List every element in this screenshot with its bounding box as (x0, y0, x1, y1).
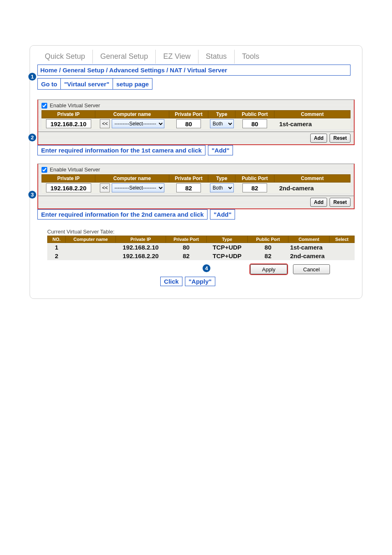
click-apply-label: Click "Apply" (37, 277, 355, 286)
enable-virtual-server-label: Enable Virtual Server (50, 102, 100, 109)
apply-cancel-row: Apply Cancel (37, 264, 355, 274)
type-select-1[interactable]: Both (210, 119, 234, 128)
reset-button-2[interactable]: Reset (330, 198, 350, 207)
enable-virtual-server-checkbox-2[interactable] (42, 167, 47, 173)
virtual-server-actions-2: Add Reset (37, 196, 355, 209)
cur-pubport: 80 (247, 243, 288, 252)
table-row: 1 192.168.2.10 80 TCP+UDP 80 1st-camera (48, 243, 355, 252)
callout-badge-2: 2 (28, 134, 36, 141)
cancel-button[interactable]: Cancel (293, 264, 330, 274)
nav-tabs: Quick Setup General Setup EZ View Status… (37, 50, 355, 64)
type-select-2[interactable]: Both (210, 183, 234, 192)
cur-pport: 82 (166, 252, 207, 260)
cur-name (66, 243, 116, 252)
click-apply-pre: Click (160, 277, 182, 286)
col-type-2: Type (208, 175, 235, 183)
private-ip-input-2[interactable] (46, 183, 91, 192)
cur-name (66, 252, 116, 260)
cur-col-private-ip: Private IP (115, 236, 166, 243)
cur-col-type: Type (207, 236, 248, 243)
virtual-server-panel-1: Enable Virtual Server Private IP Compute… (37, 99, 355, 132)
instruction-2-quote: "Add" (210, 209, 235, 220)
shift-button-2[interactable]: << (100, 183, 110, 192)
callout-badge-4: 4 (203, 264, 210, 272)
computer-name-select-2[interactable]: ---------Select-------- (112, 183, 164, 192)
col-comment: Comment (274, 111, 350, 118)
callout-badge-1: 1 (28, 73, 36, 81)
tab-ez-view[interactable]: EZ View (156, 50, 198, 64)
goto-pre: Go to (37, 78, 61, 90)
col-comment-2: Comment (274, 175, 350, 183)
cur-col-public-port: Public Port (247, 236, 288, 243)
virtual-server-actions-1: Add Reset (37, 132, 355, 145)
private-port-input-1[interactable] (176, 119, 201, 128)
cur-pubport: 82 (247, 252, 288, 260)
enable-virtual-server-checkbox-1[interactable] (42, 103, 47, 109)
cur-col-no: NO. (48, 236, 66, 243)
cur-ip: 192.168.2.20 (115, 252, 166, 260)
tab-status[interactable]: Status (198, 50, 235, 64)
breadcrumb: Home / General Setup / Advanced Settings… (37, 65, 350, 76)
click-apply-quote: "Apply" (185, 277, 215, 286)
callout-badge-3: 3 (28, 191, 36, 199)
col-type: Type (208, 111, 235, 118)
tab-tools[interactable]: Tools (235, 50, 267, 64)
cur-col-computer-name: Computer name (66, 236, 116, 243)
cur-ip: 192.168.2.10 (115, 243, 166, 252)
col-private-ip: Private IP (42, 111, 95, 118)
router-admin-panel: Quick Setup General Setup EZ View Status… (30, 45, 362, 299)
col-public-port: Public Port (235, 111, 274, 118)
instruction-2-text: Enter required information for the 2nd c… (37, 209, 208, 220)
apply-button[interactable]: Apply (250, 264, 287, 274)
public-port-input-2[interactable] (242, 183, 267, 192)
current-virtual-server-table: NO. Computer name Private IP Private Por… (47, 236, 355, 260)
col-private-port: Private Port (169, 111, 208, 118)
instruction-1: Enter required information for the 1st c… (37, 145, 355, 155)
public-port-input-1[interactable] (242, 119, 267, 128)
computer-name-select-1[interactable]: ---------Select-------- (112, 119, 164, 128)
cur-no: 1 (48, 243, 66, 252)
comment-value-2: 2nd-camera (274, 183, 350, 194)
private-ip-input-1[interactable] (46, 119, 91, 128)
private-port-input-2[interactable] (176, 183, 201, 192)
tab-quick-setup[interactable]: Quick Setup (37, 50, 93, 64)
comment-value-1: 1st-camera (274, 118, 350, 130)
virtual-server-panel-2: Enable Virtual Server Private IP Compute… (37, 164, 355, 196)
cur-no: 2 (48, 252, 66, 260)
instruction-1-quote: "Add" (208, 145, 233, 155)
instruction-2: Enter required information for the 2nd c… (37, 209, 355, 220)
cur-col-comment: Comment (288, 236, 330, 243)
cur-comment: 1st-camera (288, 243, 355, 252)
col-public-port-2: Public Port (235, 175, 274, 183)
enable-virtual-server-label-2: Enable Virtual Server (50, 166, 100, 173)
add-button-1[interactable]: Add (310, 134, 327, 143)
table-row: 2 192.168.2.20 82 TCP+UDP 82 2nd-camera (48, 252, 355, 260)
col-computer-name: Computer name (95, 111, 169, 118)
cur-comment: 2nd-camera (288, 252, 355, 260)
cur-type: TCP+UDP (207, 252, 248, 260)
tab-general-setup[interactable]: General Setup (93, 50, 156, 64)
cur-col-private-port: Private Port (166, 236, 207, 243)
reset-button-1[interactable]: Reset (330, 134, 350, 143)
goto-label: Go to "Virtaul server" setup page (37, 78, 355, 90)
cur-type: TCP+UDP (207, 243, 248, 252)
goto-quoted: "Virtaul server" (61, 78, 113, 90)
shift-button-1[interactable]: << (100, 119, 110, 128)
goto-post: setup page (113, 78, 152, 90)
col-private-ip-2: Private IP (42, 175, 95, 183)
col-computer-name-2: Computer name (95, 175, 169, 183)
cur-col-select: Select (330, 236, 355, 243)
current-table-title: Current Virtual Server Table: (47, 229, 355, 235)
cur-pport: 80 (166, 243, 207, 252)
instruction-1-text: Enter required information for the 1st c… (37, 145, 205, 155)
col-private-port-2: Private Port (169, 175, 208, 183)
add-button-2[interactable]: Add (310, 198, 327, 207)
